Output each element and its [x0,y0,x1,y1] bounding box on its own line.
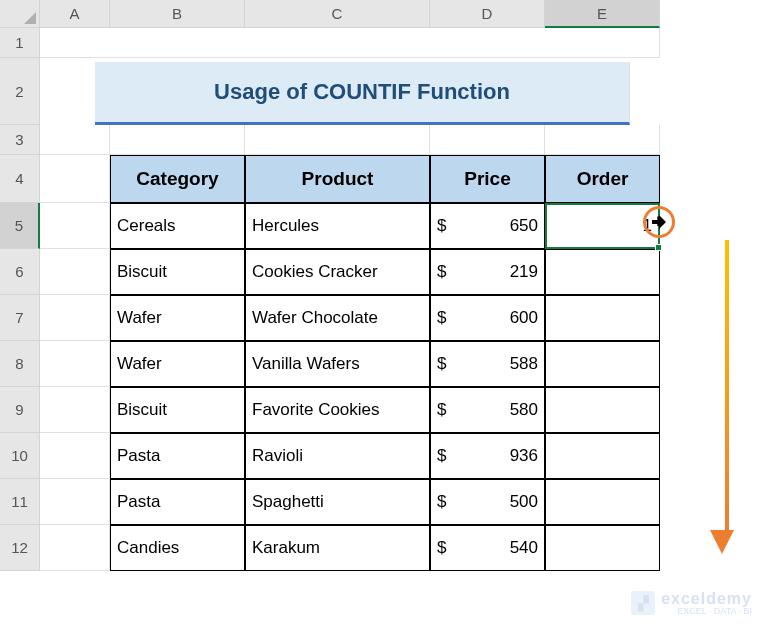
cell-a6[interactable] [40,249,110,295]
title-cell[interactable]: Usage of COUNTIF Function [95,62,630,125]
cell-category-6[interactable]: Pasta [110,479,245,525]
price-value: 600 [510,308,538,328]
cell-category-4[interactable]: Biscuit [110,387,245,433]
currency-symbol: $ [437,216,446,236]
row-header-10[interactable]: 10 [0,433,40,479]
price-value: 650 [510,216,538,236]
cell-category-3[interactable]: Wafer [110,341,245,387]
cell-product-4[interactable]: Favorite Cookies [245,387,430,433]
fill-cursor-icon: + [653,211,664,232]
col-header-c[interactable]: C [245,0,430,28]
currency-symbol: $ [437,400,446,420]
price-value: 219 [510,262,538,282]
cell-a1[interactable] [40,28,660,58]
cell-a11[interactable] [40,479,110,525]
cell-category-2[interactable]: Wafer [110,295,245,341]
cell-category-0[interactable]: Cereals [110,203,245,249]
cell-d3[interactable] [430,125,545,155]
cell-product-3[interactable]: Vanilla Wafers [245,341,430,387]
row-header-2[interactable]: 2 [0,58,40,125]
price-value: 540 [510,538,538,558]
cell-product-1[interactable]: Cookies Cracker [245,249,430,295]
cell-order-4[interactable] [545,387,660,433]
cell-order-5[interactable] [545,433,660,479]
row-header-8[interactable]: 8 [0,341,40,387]
watermark: ▞ exceldemy EXCEL · DATA · BI [631,590,752,617]
header-category[interactable]: Category [110,155,245,203]
cell-price-0[interactable]: $650 [430,203,545,249]
currency-symbol: $ [437,446,446,466]
price-value: 580 [510,400,538,420]
row-header-11[interactable]: 11 [0,479,40,525]
header-order[interactable]: Order [545,155,660,203]
cell-order-2[interactable] [545,295,660,341]
cell-order-1[interactable] [545,249,660,295]
col-header-e[interactable]: E [545,0,660,28]
cell-category-5[interactable]: Pasta [110,433,245,479]
cell-price-2[interactable]: $600 [430,295,545,341]
currency-symbol: $ [437,308,446,328]
row-header-7[interactable]: 7 [0,295,40,341]
currency-symbol: $ [437,262,446,282]
row-header-6[interactable]: 6 [0,249,40,295]
row-header-3[interactable]: 3 [0,125,40,155]
cell-a8[interactable] [40,341,110,387]
cell-order-3[interactable] [545,341,660,387]
cell-price-4[interactable]: $580 [430,387,545,433]
row-header-1[interactable]: 1 [0,28,40,58]
row-header-12[interactable]: 12 [0,525,40,571]
cell-a3[interactable] [40,125,110,155]
header-price[interactable]: Price [430,155,545,203]
row-header-9[interactable]: 9 [0,387,40,433]
cell-order-7[interactable] [545,525,660,571]
cell-e3[interactable] [545,125,660,155]
row-header-5[interactable]: 5 [0,203,40,249]
annotation-arrow-down [720,240,734,554]
fill-handle[interactable] [655,244,662,251]
cell-product-5[interactable]: Ravioli [245,433,430,479]
spreadsheet-grid: A B C D E 1 2 Usage of COUNTIF Function … [0,0,767,571]
col-header-b[interactable]: B [110,0,245,28]
cell-a10[interactable] [40,433,110,479]
header-product[interactable]: Product [245,155,430,203]
cell-a7[interactable] [40,295,110,341]
cell-price-6[interactable]: $500 [430,479,545,525]
col-header-d[interactable]: D [430,0,545,28]
cell-price-1[interactable]: $219 [430,249,545,295]
cell-category-1[interactable]: Biscuit [110,249,245,295]
cell-a5[interactable] [40,203,110,249]
cell-category-7[interactable]: Candies [110,525,245,571]
col-header-a[interactable]: A [40,0,110,28]
watermark-sub: EXCEL · DATA · BI [661,607,752,617]
select-all-corner[interactable] [0,0,40,28]
cell-product-6[interactable]: Spaghetti [245,479,430,525]
cell-product-2[interactable]: Wafer Chocolate [245,295,430,341]
price-value: 500 [510,492,538,512]
cell-price-7[interactable]: $540 [430,525,545,571]
cell-price-5[interactable]: $936 [430,433,545,479]
cell-a12[interactable] [40,525,110,571]
cell-product-0[interactable]: Hercules [245,203,430,249]
currency-symbol: $ [437,492,446,512]
cell-a9[interactable] [40,387,110,433]
watermark-main: exceldemy [661,590,752,608]
price-value: 936 [510,446,538,466]
cell-order-6[interactable] [545,479,660,525]
cell-product-7[interactable]: Karakum [245,525,430,571]
cell-a4[interactable] [40,155,110,203]
currency-symbol: $ [437,538,446,558]
currency-symbol: $ [437,354,446,374]
row-header-4[interactable]: 4 [0,155,40,203]
cell-c3[interactable] [245,125,430,155]
cell-price-3[interactable]: $588 [430,341,545,387]
watermark-icon: ▞ [631,591,655,615]
cell-b3[interactable] [110,125,245,155]
price-value: 588 [510,354,538,374]
